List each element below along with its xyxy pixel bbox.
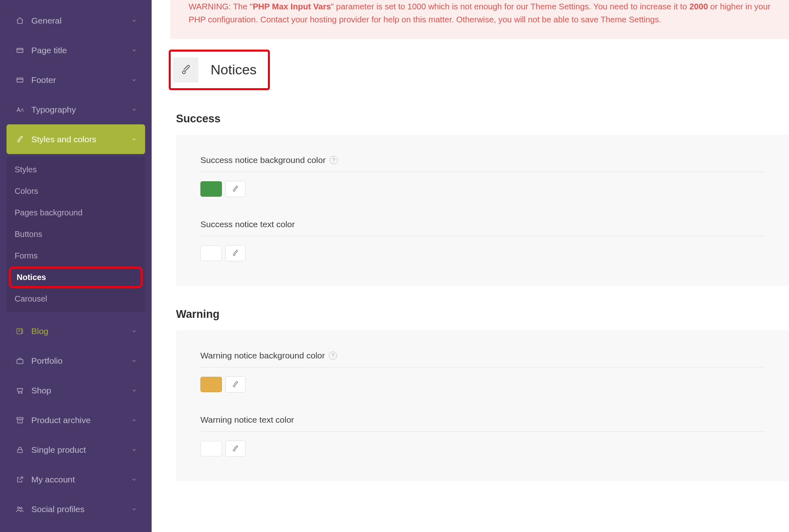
svg-point-14 <box>17 507 20 509</box>
color-picker-button[interactable] <box>225 245 246 261</box>
sidebar-subitem-pages-background[interactable]: Pages background <box>7 202 145 224</box>
chevron-down-icon <box>131 447 137 453</box>
home-up-icon <box>15 17 25 25</box>
chevron-down-icon <box>131 358 137 364</box>
sidebar-subitem-notices[interactable]: Notices <box>9 267 143 288</box>
field: Warning notice text color <box>200 415 765 457</box>
sidebar-item-single-product[interactable]: Single product <box>7 435 145 465</box>
svg-rect-7 <box>17 359 23 363</box>
sidebar-item-styles-and-colors[interactable]: Styles and colors <box>7 124 145 154</box>
field: Success notice text color <box>200 219 765 261</box>
sidebar-item-label: Blog <box>31 326 48 336</box>
chevron-down-icon <box>131 107 137 113</box>
settings-panel: Warning notice background color?Warning … <box>176 330 789 481</box>
section-title-success: Success <box>176 113 789 125</box>
color-picker-button[interactable] <box>225 181 246 197</box>
sidebar-item-label: Typography <box>31 105 76 115</box>
users-icon <box>15 505 25 513</box>
rect-icon <box>15 46 25 54</box>
case-icon <box>15 357 25 365</box>
sidebar-item-blog[interactable]: Blog <box>7 316 145 346</box>
chevron-down-icon <box>131 18 137 24</box>
sidebar-item-shop[interactable]: Shop <box>7 376 145 405</box>
sidebar-subitem-carousel[interactable]: Carousel <box>7 288 145 310</box>
sidebar-item-label: Portfolio <box>31 356 63 366</box>
sidebar-item-label: Single product <box>31 445 86 455</box>
svg-rect-13 <box>17 449 22 453</box>
page-title-row: Notices <box>169 50 270 90</box>
sidebar-item-label: Product archive <box>31 415 91 425</box>
sidebar-item-footer[interactable]: Footer <box>7 65 145 95</box>
field: Success notice background color? <box>200 155 765 197</box>
chevron-down-icon <box>131 417 137 423</box>
sidebar-submenu: StylesColorsPages backgroundButtonsForms… <box>7 156 145 312</box>
sidebar-item-label: My account <box>31 475 75 484</box>
chevron-down-icon <box>131 77 137 83</box>
help-icon[interactable]: ? <box>329 352 337 360</box>
sidebar-subitem-buttons[interactable]: Buttons <box>7 224 145 245</box>
sidebar-subitem-colors[interactable]: Colors <box>7 180 145 202</box>
sidebar-item-portfolio[interactable]: Portfolio <box>7 346 145 376</box>
warning-bold-param: PHP Max Input Vars <box>253 2 331 11</box>
field-label: Warning notice text color <box>200 415 765 432</box>
warning-text: WARNING: The " <box>189 2 253 11</box>
color-swatch[interactable] <box>200 245 222 261</box>
brush-icon <box>173 57 198 83</box>
sidebar-subitem-forms[interactable]: Forms <box>7 245 145 267</box>
sidebar-item-label: Footer <box>31 75 56 85</box>
export-icon <box>15 476 25 484</box>
blog-icon <box>15 327 25 335</box>
sidebar-item-label: Social profiles <box>31 504 85 514</box>
brush-icon <box>15 135 25 143</box>
color-picker-row <box>200 376 765 393</box>
chevron-down-icon <box>131 48 137 53</box>
sidebar-item-page-title[interactable]: Page title <box>7 35 145 65</box>
color-swatch[interactable] <box>200 377 222 392</box>
sidebar-item-label: General <box>31 16 62 26</box>
color-swatch[interactable] <box>200 181 222 197</box>
field: Warning notice background color? <box>200 351 765 393</box>
sidebar-item-my-account[interactable]: My account <box>7 465 145 494</box>
lock-icon <box>15 446 25 454</box>
sidebar-item-label: Page title <box>31 46 67 55</box>
color-picker-row <box>200 441 765 457</box>
sidebar-subitem-styles[interactable]: Styles <box>7 159 145 180</box>
archive-icon <box>15 416 25 424</box>
chevron-down-icon <box>131 506 137 512</box>
warning-banner: WARNING: The "PHP Max Input Vars" parame… <box>170 0 789 39</box>
sidebar-item-label: Styles and colors <box>31 135 96 144</box>
svg-rect-2 <box>17 78 23 82</box>
sidebar-item-product-archive[interactable]: Product archive <box>7 405 145 435</box>
sidebar-item-typography[interactable]: Typography <box>7 95 145 124</box>
svg-rect-0 <box>17 48 23 52</box>
sidebar-item-general[interactable]: General <box>7 6 145 35</box>
svg-rect-11 <box>17 419 22 423</box>
color-picker-row <box>200 245 765 261</box>
svg-point-9 <box>21 392 22 393</box>
settings-panel: Success notice background color?Success … <box>176 135 789 286</box>
color-picker-button[interactable] <box>225 441 246 457</box>
color-picker-row <box>200 181 765 197</box>
field-label: Success notice background color? <box>200 155 765 172</box>
field-label: Success notice text color <box>200 219 765 236</box>
chevron-up-icon <box>131 137 137 142</box>
sidebar-item-api-integrations[interactable]: API integrations <box>7 524 145 532</box>
chevron-down-icon <box>131 388 137 393</box>
sidebar-item-label: Shop <box>31 386 51 395</box>
warning-bold-value: 2000 <box>689 2 708 11</box>
section-title-warning: Warning <box>176 308 789 321</box>
page-title: Notices <box>211 62 256 78</box>
svg-point-15 <box>20 507 22 509</box>
color-swatch[interactable] <box>200 441 222 456</box>
svg-point-8 <box>18 392 20 393</box>
content-area: WARNING: The "PHP Max Input Vars" parame… <box>152 0 789 532</box>
chevron-down-icon <box>131 477 137 482</box>
chevron-down-icon <box>131 328 137 334</box>
typo-icon <box>15 106 25 114</box>
sidebar: GeneralPage titleFooterTypographyStyles … <box>0 0 152 532</box>
sidebar-item-social-profiles[interactable]: Social profiles <box>7 494 145 524</box>
warning-text: " parameter is set to 1000 which is not … <box>331 2 689 11</box>
help-icon[interactable]: ? <box>330 156 338 164</box>
rect-icon <box>15 76 25 84</box>
color-picker-button[interactable] <box>225 376 246 393</box>
